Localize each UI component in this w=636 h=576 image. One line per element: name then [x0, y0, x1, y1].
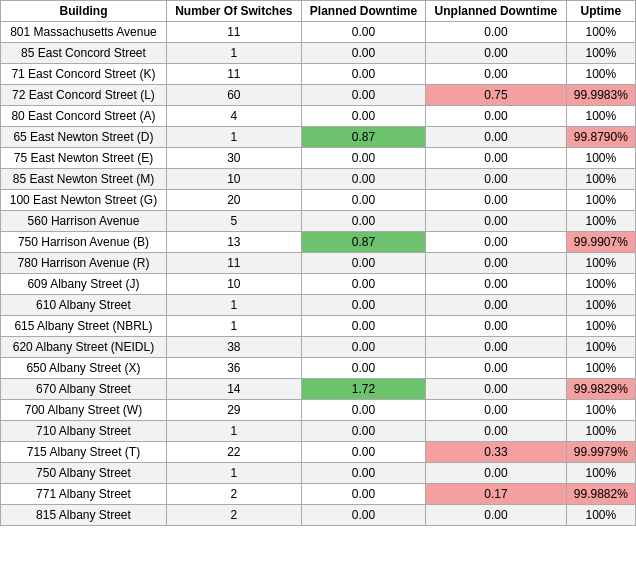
uptime-cell: 100% [566, 148, 635, 169]
unplanned-downtime-cell: 0.00 [426, 337, 566, 358]
planned-downtime-cell: 0.00 [301, 400, 425, 421]
building-cell: 610 Albany Street [1, 295, 167, 316]
switches-cell: 22 [166, 442, 301, 463]
planned-downtime-cell: 0.00 [301, 22, 425, 43]
uptime-cell: 100% [566, 253, 635, 274]
unplanned-downtime-cell: 0.00 [426, 505, 566, 526]
planned-downtime-cell: 0.87 [301, 127, 425, 148]
table-row: 615 Albany Street (NBRL)10.000.00100% [1, 316, 636, 337]
unplanned-downtime-cell: 0.00 [426, 127, 566, 148]
table-row: 771 Albany Street20.000.1799.9882% [1, 484, 636, 505]
switches-cell: 11 [166, 253, 301, 274]
uptime-cell: 100% [566, 505, 635, 526]
planned-downtime-cell: 0.00 [301, 106, 425, 127]
building-cell: 715 Albany Street (T) [1, 442, 167, 463]
table-row: 750 Harrison Avenue (B)130.870.0099.9907… [1, 232, 636, 253]
planned-downtime-cell: 0.00 [301, 190, 425, 211]
switches-cell: 2 [166, 505, 301, 526]
building-cell: 801 Massachusetts Avenue [1, 22, 167, 43]
unplanned-downtime-cell: 0.00 [426, 400, 566, 421]
building-cell: 85 East Concord Street [1, 43, 167, 64]
switches-cell: 2 [166, 484, 301, 505]
building-cell: 80 East Concord Street (A) [1, 106, 167, 127]
uptime-cell: 100% [566, 64, 635, 85]
switches-cell: 60 [166, 85, 301, 106]
table-row: 815 Albany Street20.000.00100% [1, 505, 636, 526]
uptime-cell: 100% [566, 421, 635, 442]
switches-cell: 1 [166, 295, 301, 316]
building-cell: 750 Albany Street [1, 463, 167, 484]
table-row: 620 Albany Street (NEIDL)380.000.00100% [1, 337, 636, 358]
building-cell: 609 Albany Street (J) [1, 274, 167, 295]
uptime-cell: 100% [566, 274, 635, 295]
uptime-cell: 100% [566, 316, 635, 337]
unplanned-downtime-cell: 0.00 [426, 169, 566, 190]
table-row: 85 East Concord Street10.000.00100% [1, 43, 636, 64]
building-cell: 710 Albany Street [1, 421, 167, 442]
switches-cell: 20 [166, 190, 301, 211]
unplanned-downtime-cell: 0.00 [426, 43, 566, 64]
table-body: 801 Massachusetts Avenue110.000.00100%85… [1, 22, 636, 526]
unplanned-downtime-cell: 0.75 [426, 85, 566, 106]
uptime-cell: 100% [566, 106, 635, 127]
planned-downtime-cell: 0.00 [301, 505, 425, 526]
unplanned-downtime-cell: 0.00 [426, 316, 566, 337]
unplanned-downtime-cell: 0.00 [426, 232, 566, 253]
table-row: 650 Albany Street (X)360.000.00100% [1, 358, 636, 379]
building-cell: 85 East Newton Street (M) [1, 169, 167, 190]
table-row: 710 Albany Street10.000.00100% [1, 421, 636, 442]
planned-downtime-cell: 0.00 [301, 484, 425, 505]
table-row: 609 Albany Street (J)100.000.00100% [1, 274, 636, 295]
unplanned-downtime-cell: 0.00 [426, 274, 566, 295]
uptime-cell: 100% [566, 43, 635, 64]
planned-downtime-cell: 0.87 [301, 232, 425, 253]
building-cell: 670 Albany Street [1, 379, 167, 400]
column-header-unplanned-downtime: Unplanned Downtime [426, 1, 566, 22]
planned-downtime-cell: 0.00 [301, 295, 425, 316]
table-row: 750 Albany Street10.000.00100% [1, 463, 636, 484]
uptime-cell: 99.9882% [566, 484, 635, 505]
unplanned-downtime-cell: 0.00 [426, 106, 566, 127]
unplanned-downtime-cell: 0.00 [426, 211, 566, 232]
unplanned-downtime-cell: 0.17 [426, 484, 566, 505]
uptime-cell: 100% [566, 295, 635, 316]
unplanned-downtime-cell: 0.00 [426, 253, 566, 274]
planned-downtime-cell: 0.00 [301, 463, 425, 484]
uptime-cell: 100% [566, 190, 635, 211]
planned-downtime-cell: 0.00 [301, 64, 425, 85]
table-row: 801 Massachusetts Avenue110.000.00100% [1, 22, 636, 43]
table-row: 71 East Concord Street (K)110.000.00100% [1, 64, 636, 85]
uptime-cell: 100% [566, 211, 635, 232]
unplanned-downtime-cell: 0.33 [426, 442, 566, 463]
unplanned-downtime-cell: 0.00 [426, 22, 566, 43]
building-cell: 71 East Concord Street (K) [1, 64, 167, 85]
planned-downtime-cell: 0.00 [301, 358, 425, 379]
switches-cell: 1 [166, 463, 301, 484]
switches-cell: 36 [166, 358, 301, 379]
planned-downtime-cell: 0.00 [301, 316, 425, 337]
building-cell: 815 Albany Street [1, 505, 167, 526]
column-header-number-of-switches: Number Of Switches [166, 1, 301, 22]
uptime-cell: 99.9979% [566, 442, 635, 463]
table-row: 80 East Concord Street (A)40.000.00100% [1, 106, 636, 127]
uptime-cell: 100% [566, 463, 635, 484]
uptime-cell: 99.9983% [566, 85, 635, 106]
planned-downtime-cell: 0.00 [301, 421, 425, 442]
switches-cell: 14 [166, 379, 301, 400]
switches-cell: 1 [166, 316, 301, 337]
switches-cell: 1 [166, 421, 301, 442]
table-row: 715 Albany Street (T)220.000.3399.9979% [1, 442, 636, 463]
planned-downtime-cell: 0.00 [301, 43, 425, 64]
switches-cell: 11 [166, 64, 301, 85]
switches-cell: 38 [166, 337, 301, 358]
uptime-cell: 99.8790% [566, 127, 635, 148]
switches-cell: 11 [166, 22, 301, 43]
table-header-row: BuildingNumber Of SwitchesPlanned Downti… [1, 1, 636, 22]
table-row: 72 East Concord Street (L)600.000.7599.9… [1, 85, 636, 106]
uptime-cell: 100% [566, 337, 635, 358]
table-row: 65 East Newton Street (D)10.870.0099.879… [1, 127, 636, 148]
uptime-cell: 100% [566, 358, 635, 379]
unplanned-downtime-cell: 0.00 [426, 190, 566, 211]
building-cell: 780 Harrison Avenue (R) [1, 253, 167, 274]
unplanned-downtime-cell: 0.00 [426, 358, 566, 379]
